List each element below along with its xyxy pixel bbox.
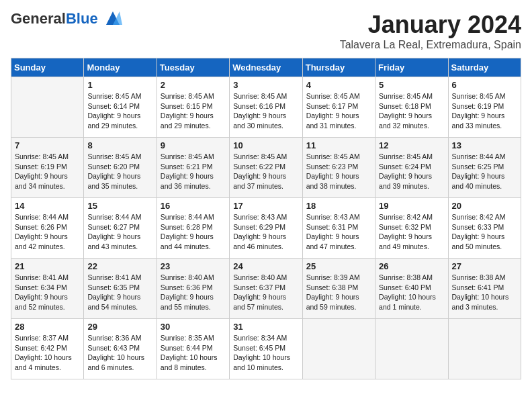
- day-number: 18: [306, 201, 371, 211]
- day-number: 25: [306, 261, 371, 271]
- day-info: Sunrise: 8:40 AMSunset: 6:37 PMDaylight:…: [233, 273, 298, 312]
- day-number: 31: [233, 322, 298, 332]
- calendar-table: SundayMondayTuesdayWednesdayThursdayFrid…: [11, 58, 521, 379]
- day-info: Sunrise: 8:45 AMSunset: 6:17 PMDaylight:…: [306, 91, 371, 131]
- calendar-cell: 22Sunrise: 8:41 AMSunset: 6:35 PMDayligh…: [84, 259, 157, 319]
- calendar-cell: 21Sunrise: 8:41 AMSunset: 6:34 PMDayligh…: [11, 259, 84, 319]
- day-number: 4: [306, 80, 371, 90]
- day-info: Sunrise: 8:45 AMSunset: 6:20 PMDaylight:…: [87, 152, 152, 191]
- day-number: 1: [87, 80, 152, 90]
- day-number: 20: [452, 201, 517, 211]
- calendar-cell: 4Sunrise: 8:45 AMSunset: 6:17 PMDaylight…: [302, 77, 375, 138]
- calendar-cell: 11Sunrise: 8:45 AMSunset: 6:23 PMDayligh…: [302, 138, 375, 198]
- day-number: 17: [233, 201, 298, 211]
- day-number: 29: [87, 322, 152, 332]
- logo-icon: [103, 9, 122, 28]
- calendar-cell: 12Sunrise: 8:45 AMSunset: 6:24 PMDayligh…: [375, 138, 448, 198]
- day-info: Sunrise: 8:45 AMSunset: 6:14 PMDaylight:…: [87, 91, 152, 131]
- calendar-cell: 24Sunrise: 8:40 AMSunset: 6:37 PMDayligh…: [230, 259, 302, 319]
- calendar-cell: 5Sunrise: 8:45 AMSunset: 6:18 PMDaylight…: [375, 77, 448, 138]
- header-monday: Monday: [84, 58, 157, 77]
- day-number: 15: [87, 201, 152, 211]
- calendar-cell: 30Sunrise: 8:35 AMSunset: 6:44 PMDayligh…: [157, 319, 229, 379]
- day-info: Sunrise: 8:45 AMSunset: 6:18 PMDaylight:…: [379, 91, 444, 131]
- calendar-cell: 25Sunrise: 8:39 AMSunset: 6:38 PMDayligh…: [302, 259, 375, 319]
- day-number: 11: [306, 140, 371, 150]
- day-info: Sunrise: 8:42 AMSunset: 6:32 PMDaylight:…: [379, 212, 444, 252]
- day-info: Sunrise: 8:40 AMSunset: 6:36 PMDaylight:…: [161, 273, 226, 312]
- day-number: 12: [379, 140, 444, 150]
- day-info: Sunrise: 8:44 AMSunset: 6:25 PMDaylight:…: [452, 152, 517, 191]
- day-info: Sunrise: 8:45 AMSunset: 6:19 PMDaylight:…: [452, 91, 517, 131]
- day-number: 7: [15, 140, 80, 150]
- day-info: Sunrise: 8:45 AMSunset: 6:23 PMDaylight:…: [306, 152, 371, 191]
- calendar-cell: 3Sunrise: 8:45 AMSunset: 6:16 PMDaylight…: [230, 77, 302, 138]
- page-header: GeneralBlue January 2024 Talavera La Rea…: [11, 11, 521, 51]
- day-info: Sunrise: 8:44 AMSunset: 6:28 PMDaylight:…: [161, 212, 226, 252]
- logo-general: General: [11, 10, 66, 27]
- header-tuesday: Tuesday: [157, 58, 229, 77]
- day-number: 28: [15, 322, 80, 332]
- location-title: Talavera La Real, Extremadura, Spain: [340, 39, 521, 51]
- logo-blue-text: Blue: [66, 10, 98, 27]
- calendar-cell: 13Sunrise: 8:44 AMSunset: 6:25 PMDayligh…: [448, 138, 521, 198]
- day-info: Sunrise: 8:45 AMSunset: 6:22 PMDaylight:…: [233, 152, 298, 191]
- header-sunday: Sunday: [11, 58, 84, 77]
- calendar-cell: 27Sunrise: 8:38 AMSunset: 6:41 PMDayligh…: [448, 259, 521, 319]
- day-info: Sunrise: 8:39 AMSunset: 6:38 PMDaylight:…: [306, 273, 371, 312]
- calendar-cell: 8Sunrise: 8:45 AMSunset: 6:20 PMDaylight…: [84, 138, 157, 198]
- calendar-cell: 14Sunrise: 8:44 AMSunset: 6:26 PMDayligh…: [11, 198, 84, 259]
- calendar-cell: [302, 319, 375, 379]
- day-info: Sunrise: 8:41 AMSunset: 6:35 PMDaylight:…: [87, 273, 152, 312]
- day-info: Sunrise: 8:45 AMSunset: 6:24 PMDaylight:…: [379, 152, 444, 191]
- calendar-cell: 28Sunrise: 8:37 AMSunset: 6:42 PMDayligh…: [11, 319, 84, 379]
- day-info: Sunrise: 8:45 AMSunset: 6:15 PMDaylight:…: [161, 91, 226, 131]
- day-info: Sunrise: 8:44 AMSunset: 6:26 PMDaylight:…: [15, 212, 80, 252]
- day-info: Sunrise: 8:38 AMSunset: 6:40 PMDaylight:…: [379, 273, 444, 312]
- day-info: Sunrise: 8:44 AMSunset: 6:27 PMDaylight:…: [87, 212, 152, 252]
- day-number: 13: [452, 140, 517, 150]
- day-info: Sunrise: 8:34 AMSunset: 6:45 PMDaylight:…: [233, 333, 298, 373]
- calendar-cell: 29Sunrise: 8:36 AMSunset: 6:43 PMDayligh…: [84, 319, 157, 379]
- day-number: 10: [233, 140, 298, 150]
- day-number: 5: [379, 80, 444, 90]
- header-row: SundayMondayTuesdayWednesdayThursdayFrid…: [11, 58, 521, 77]
- day-number: 16: [161, 201, 226, 211]
- calendar-cell: 7Sunrise: 8:45 AMSunset: 6:19 PMDaylight…: [11, 138, 84, 198]
- day-info: Sunrise: 8:36 AMSunset: 6:43 PMDaylight:…: [87, 333, 152, 373]
- month-title: January 2024: [340, 11, 521, 39]
- day-number: 19: [379, 201, 444, 211]
- calendar-cell: 23Sunrise: 8:40 AMSunset: 6:36 PMDayligh…: [157, 259, 229, 319]
- day-number: 22: [87, 261, 152, 271]
- day-number: 9: [161, 140, 226, 150]
- week-row-2: 14Sunrise: 8:44 AMSunset: 6:26 PMDayligh…: [11, 198, 521, 259]
- calendar-body: 1Sunrise: 8:45 AMSunset: 6:14 PMDaylight…: [11, 77, 521, 379]
- header-wednesday: Wednesday: [230, 58, 302, 77]
- day-number: 3: [233, 80, 298, 90]
- day-number: 21: [15, 261, 80, 271]
- calendar-cell: 17Sunrise: 8:43 AMSunset: 6:29 PMDayligh…: [230, 198, 302, 259]
- day-number: 2: [161, 80, 226, 90]
- day-number: 23: [161, 261, 226, 271]
- calendar-cell: 15Sunrise: 8:44 AMSunset: 6:27 PMDayligh…: [84, 198, 157, 259]
- day-number: 30: [161, 322, 226, 332]
- calendar-cell: 18Sunrise: 8:43 AMSunset: 6:31 PMDayligh…: [302, 198, 375, 259]
- day-info: Sunrise: 8:45 AMSunset: 6:16 PMDaylight:…: [233, 91, 298, 131]
- week-row-1: 7Sunrise: 8:45 AMSunset: 6:19 PMDaylight…: [11, 138, 521, 198]
- day-info: Sunrise: 8:35 AMSunset: 6:44 PMDaylight:…: [161, 333, 226, 373]
- calendar-cell: 6Sunrise: 8:45 AMSunset: 6:19 PMDaylight…: [448, 77, 521, 138]
- day-number: 14: [15, 201, 80, 211]
- title-block: January 2024 Talavera La Real, Extremadu…: [340, 11, 521, 51]
- calendar-cell: [448, 319, 521, 379]
- day-info: Sunrise: 8:38 AMSunset: 6:41 PMDaylight:…: [452, 273, 517, 312]
- calendar-cell: 2Sunrise: 8:45 AMSunset: 6:15 PMDaylight…: [157, 77, 229, 138]
- day-info: Sunrise: 8:45 AMSunset: 6:19 PMDaylight:…: [15, 152, 80, 191]
- day-info: Sunrise: 8:42 AMSunset: 6:33 PMDaylight:…: [452, 212, 517, 252]
- week-row-3: 21Sunrise: 8:41 AMSunset: 6:34 PMDayligh…: [11, 259, 521, 319]
- calendar-cell: 26Sunrise: 8:38 AMSunset: 6:40 PMDayligh…: [375, 259, 448, 319]
- day-info: Sunrise: 8:43 AMSunset: 6:31 PMDaylight:…: [306, 212, 371, 252]
- day-info: Sunrise: 8:45 AMSunset: 6:21 PMDaylight:…: [161, 152, 226, 191]
- day-number: 24: [233, 261, 298, 271]
- header-saturday: Saturday: [448, 58, 521, 77]
- calendar-cell: 31Sunrise: 8:34 AMSunset: 6:45 PMDayligh…: [230, 319, 302, 379]
